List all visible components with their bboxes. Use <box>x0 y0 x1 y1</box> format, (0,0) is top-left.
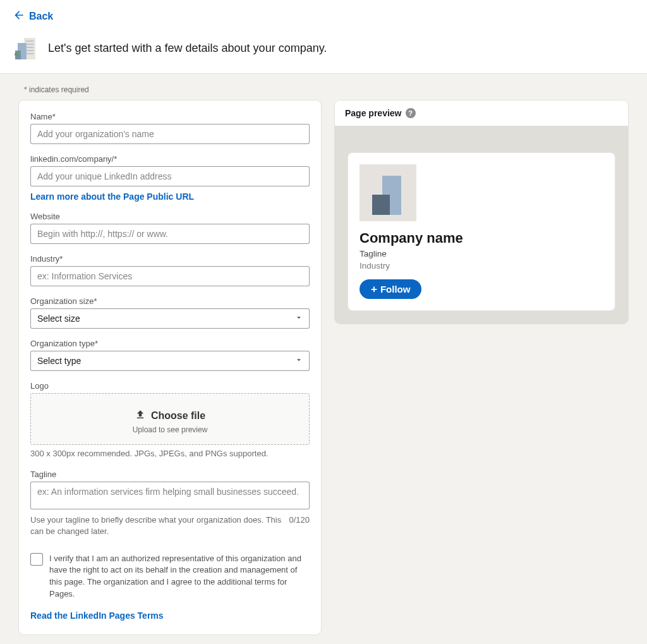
svg-rect-7 <box>26 50 33 51</box>
org-size-select[interactable]: Select size <box>30 308 310 329</box>
industry-label: Industry* <box>30 254 310 264</box>
required-note: * indicates required <box>24 85 628 94</box>
tagline-hint: Use your tagline to briefly describe wha… <box>30 514 282 537</box>
company-building-icon <box>13 35 38 61</box>
website-label: Website <box>30 212 310 221</box>
back-label: Back <box>29 11 53 22</box>
back-button[interactable]: Back <box>13 9 53 24</box>
svg-rect-8 <box>26 53 33 54</box>
preview-tagline: Tagline <box>360 249 603 258</box>
url-input[interactable] <box>30 166 310 186</box>
arrow-left-icon <box>13 9 25 24</box>
form-card: Name* linkedin.com/company/* Learn more … <box>19 100 321 635</box>
tagline-counter: 0/120 <box>289 514 310 537</box>
preview-card: Page preview ? Company name Tagline <box>335 100 628 324</box>
org-size-label: Organization size* <box>30 296 310 306</box>
verify-checkbox[interactable] <box>30 553 43 566</box>
logo-upload[interactable]: Choose file Upload to see preview <box>30 393 310 445</box>
preview-company-name: Company name <box>360 230 603 246</box>
page-header: Back Let's get started with a few detail… <box>0 0 647 74</box>
svg-rect-4 <box>26 40 33 42</box>
choose-file-label: Choose file <box>151 410 205 422</box>
svg-rect-5 <box>26 44 33 45</box>
tagline-label: Tagline <box>30 470 310 479</box>
preview-industry: Industry <box>360 261 603 270</box>
preview-header-label: Page preview <box>345 108 402 118</box>
website-input[interactable] <box>30 224 310 244</box>
page-title: Let's get started with a few details abo… <box>48 42 327 55</box>
plus-icon: + <box>371 284 377 295</box>
upload-subtext: Upload to see preview <box>37 425 303 434</box>
industry-input[interactable] <box>30 266 310 286</box>
svg-rect-10 <box>372 195 390 215</box>
url-label: linkedin.com/company/* <box>30 154 310 164</box>
name-input[interactable] <box>30 124 310 144</box>
upload-icon <box>135 409 146 423</box>
preview-logo-placeholder <box>360 164 416 221</box>
follow-button[interactable]: + Follow <box>360 279 421 299</box>
name-label: Name* <box>30 112 310 121</box>
learn-more-link[interactable]: Learn more about the Page Public URL <box>30 191 194 202</box>
terms-link[interactable]: Read the LinkedIn Pages Terms <box>30 611 164 621</box>
tagline-input[interactable] <box>30 482 310 509</box>
svg-rect-6 <box>26 47 33 48</box>
logo-label: Logo <box>30 381 310 391</box>
org-type-select[interactable]: Select type <box>30 351 310 371</box>
org-type-label: Organization type* <box>30 339 310 348</box>
follow-label: Follow <box>380 284 411 295</box>
svg-point-3 <box>15 52 18 56</box>
help-icon[interactable]: ? <box>406 108 416 118</box>
verify-text: I verify that I am an authorized represe… <box>49 553 310 600</box>
logo-hint: 300 x 300px recommended. JPGs, JPEGs, an… <box>30 448 310 459</box>
